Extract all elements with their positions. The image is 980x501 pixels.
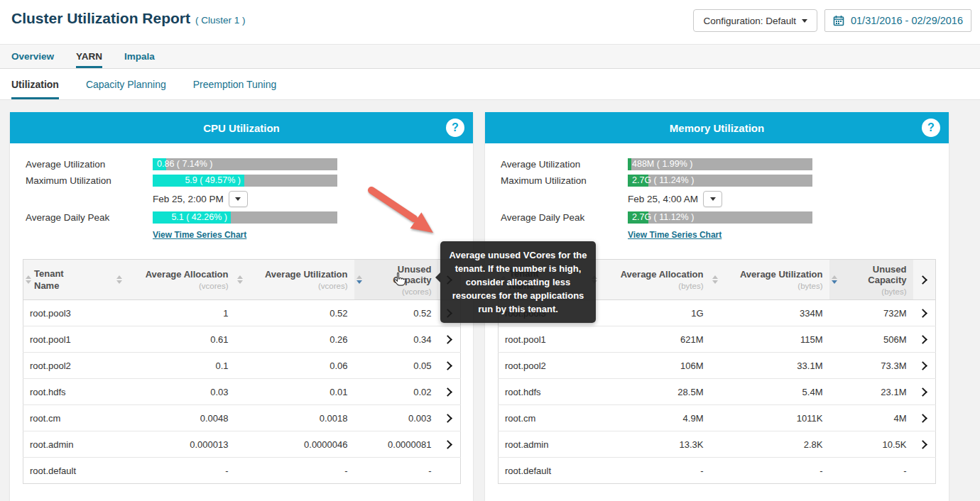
- sort-arrows-icon: [356, 275, 362, 284]
- sort-down-icon: [712, 280, 718, 284]
- value-cell-2: 0.52: [354, 300, 438, 326]
- chevron-right-icon: [918, 275, 927, 285]
- tenant-name-cell: root.pool3: [23, 300, 114, 326]
- tab-impala[interactable]: Impala: [124, 45, 155, 68]
- table-row-root-default: root.default---: [499, 458, 936, 484]
- maximum-bar: 2.7G ( 11.24% ): [628, 175, 812, 187]
- bar-value: 5.1 ( 42.26% ): [171, 211, 227, 224]
- column-label: Average Utilization(bytes): [710, 269, 829, 290]
- daily-peak-bar: 2.7G ( 11.12% ): [628, 211, 812, 224]
- expand-row-cell[interactable]: [438, 379, 461, 405]
- value-cell-0: 0.0048: [114, 405, 235, 431]
- sort-arrows-icon: [832, 275, 837, 284]
- sort-down-icon: [237, 280, 243, 284]
- column-unit-text: (vcores): [241, 282, 348, 290]
- column-header-average-utilization[interactable]: Average Utilization(vcores): [235, 260, 354, 300]
- value-cell-2: 0.34: [354, 326, 438, 353]
- value-cell-2: -: [354, 458, 438, 484]
- expand-row-cell[interactable]: [913, 405, 936, 431]
- sort-arrows-icon: [116, 275, 122, 284]
- bar-value: 0.86 ( 7.14% ): [157, 158, 213, 170]
- value-cell-1: 2.8K: [710, 431, 829, 458]
- page-title-text: Cluster Utilization Report: [11, 10, 190, 26]
- tab-yarn[interactable]: YARN: [76, 45, 102, 68]
- expand-row-cell[interactable]: [913, 326, 936, 353]
- expand-row-cell[interactable]: [438, 431, 461, 458]
- stat-label: Average Daily Peak: [501, 212, 628, 223]
- value-cell-1: 5.4M: [710, 379, 829, 405]
- date-range-picker[interactable]: 01/31/2016 - 02/29/2016: [824, 9, 971, 32]
- sort-up-icon: [26, 275, 31, 279]
- column-label: Average Allocation(vcores): [114, 269, 235, 290]
- expand-row-cell: [438, 458, 461, 484]
- bar-value: 5.9 ( 49.57% ): [185, 175, 241, 187]
- help-icon[interactable]: ?: [922, 119, 940, 137]
- table-row-root-cm: root.cm4.9M1011K4M: [499, 405, 936, 431]
- configuration-dropdown-label: Configuration: Default: [703, 16, 796, 26]
- sort-down-icon: [832, 280, 837, 284]
- view-time-series-chart-link[interactable]: View Time Series Chart: [153, 230, 246, 240]
- column-header-average-allocation[interactable]: Average Allocation(bytes): [589, 260, 710, 300]
- value-cell-0: 1: [114, 300, 235, 326]
- tab-overview[interactable]: Overview: [11, 45, 54, 68]
- value-cell-1: -: [710, 458, 829, 484]
- stat-label: Maximum Utilization: [501, 175, 628, 186]
- tenant-name-cell: root.default: [499, 458, 589, 484]
- expand-row-cell[interactable]: [438, 353, 461, 379]
- help-icon[interactable]: ?: [446, 119, 464, 137]
- view-time-series-chart-link[interactable]: View Time Series Chart: [628, 230, 722, 240]
- column-header-tenant-name[interactable]: Tenant Name: [23, 260, 114, 300]
- column-header-average-utilization[interactable]: Average Utilization(bytes): [710, 260, 829, 300]
- table-row-root-admin: root.admin0.0000130.00000460.0000081: [23, 431, 461, 458]
- peak-time-dropdown-button[interactable]: [703, 191, 722, 207]
- chevron-right-icon: [443, 361, 452, 370]
- expand-row-cell[interactable]: [438, 405, 461, 431]
- table-row-root-hdfs: root.hdfs0.030.010.02: [23, 379, 461, 405]
- column-label: Unused Capacity(bytes): [829, 264, 913, 296]
- value-cell-1: 0.0000046: [235, 431, 354, 458]
- value-cell-1: 0.26: [235, 326, 354, 353]
- tenant-name-cell: root.hdfs: [23, 379, 114, 405]
- stat-label: Average Utilization: [26, 159, 153, 170]
- memory-panel-header: Memory Utilization?: [485, 112, 949, 143]
- expand-row-cell[interactable]: [913, 379, 936, 405]
- column-header-average-allocation[interactable]: Average Allocation(vcores): [114, 260, 235, 300]
- page-title: Cluster Utilization Report( Cluster 1 ): [11, 10, 246, 27]
- cluster-name: ( Cluster 1 ): [195, 15, 246, 26]
- value-cell-0: 4.9M: [589, 405, 710, 431]
- column-label-text: Average Utilization: [241, 269, 348, 280]
- peak-time-dropdown-button[interactable]: [229, 191, 248, 207]
- peak-time-select: Feb 25, 4:00 AM: [628, 191, 722, 207]
- column-label: Tenant Name: [23, 268, 87, 292]
- subtab-utilization[interactable]: Utilization: [11, 69, 59, 99]
- caret-down-icon: [235, 197, 241, 201]
- column-header-unused-capacity[interactable]: Unused Capacity(bytes): [829, 260, 913, 300]
- average-bar: 488M ( 1.99% ): [628, 158, 812, 170]
- peak-time-select: Feb 25, 2:00 PM: [153, 191, 248, 207]
- page-header: Cluster Utilization Report( Cluster 1 ) …: [0, 0, 980, 44]
- value-cell-2: 0.05: [354, 353, 438, 379]
- sort-up-icon: [832, 275, 837, 279]
- subtab-preemption-tuning[interactable]: Preemption Tuning: [193, 69, 277, 99]
- value-cell-2: 73.3M: [829, 353, 913, 379]
- stat-label: Average Daily Peak: [26, 212, 153, 223]
- configuration-dropdown-button[interactable]: Configuration: Default: [693, 9, 817, 32]
- column-label-text: Tenant Name: [34, 268, 81, 292]
- chevron-right-icon: [918, 387, 927, 397]
- value-cell-0: 1G: [589, 300, 710, 326]
- table-row-root-admin: root.admin13.3K2.8K10.5K: [499, 431, 936, 458]
- peak-time-value: Feb 25, 4:00 AM: [628, 194, 698, 204]
- chevron-right-icon: [443, 387, 452, 397]
- tenant-name-cell: root.pool2: [499, 353, 589, 379]
- expand-row-cell[interactable]: [438, 326, 461, 353]
- subtab-capacity-planning[interactable]: Capacity Planning: [86, 69, 166, 99]
- expand-row-cell[interactable]: [913, 300, 936, 326]
- sort-arrows-icon: [712, 275, 718, 284]
- value-cell-2: 0.003: [354, 405, 438, 431]
- chevron-right-icon: [918, 414, 927, 423]
- column-unit-text: (bytes): [836, 287, 907, 296]
- value-cell-0: 106M: [589, 353, 710, 379]
- expand-row-cell[interactable]: [913, 431, 936, 458]
- expand-row-cell[interactable]: [913, 353, 936, 379]
- value-cell-1: 115M: [710, 326, 829, 353]
